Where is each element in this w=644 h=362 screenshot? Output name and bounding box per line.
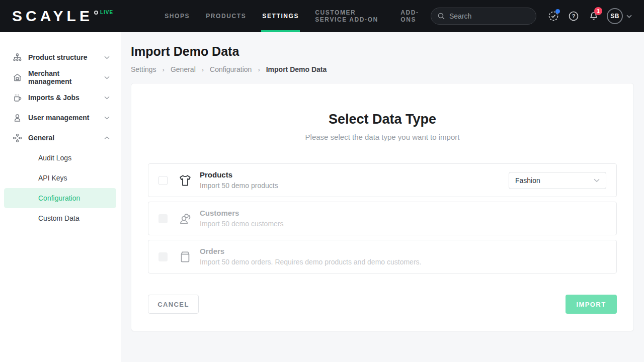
nav-item-shops[interactable]: SHOPS [156, 0, 198, 32]
chevron-down-icon [104, 76, 110, 79]
select-value: Fashion [515, 176, 540, 185]
user-menu[interactable]: SB [607, 8, 632, 24]
tshirt-icon [178, 174, 193, 187]
import-demo-data-card: Select Data Type Please select the data … [131, 83, 634, 331]
nodes-icon [12, 133, 22, 143]
logo-text: SCAYLE [12, 9, 93, 24]
notifications-button[interactable]: 1 [584, 6, 604, 26]
option-row-products: Products Import 50 demo products Fashion [148, 163, 617, 197]
tasks-status-button[interactable] [543, 6, 564, 26]
cancel-button[interactable]: CANCEL [148, 295, 199, 314]
sidebar-item-label: Product structure [28, 53, 104, 61]
top-nav: SCAYLE LIVE SHOPS PRODUCTS SETTINGS CUST… [0, 0, 644, 32]
customers-checkbox [158, 214, 168, 223]
sidebar-item-label: User management [28, 114, 104, 122]
orders-checkbox [158, 252, 168, 261]
chevron-down-icon [594, 178, 600, 183]
search-input[interactable] [449, 12, 530, 20]
sidebar-item-label: General [28, 134, 104, 142]
page-title: Import Demo Data [131, 44, 634, 59]
option-description: Import 50 demo customers [200, 219, 284, 229]
search-icon [437, 12, 445, 20]
products-category-select[interactable]: Fashion [509, 172, 606, 189]
option-row-orders: Orders Import 50 demo orders. Requires d… [148, 240, 617, 274]
live-label: LIVE [100, 10, 113, 15]
chevron-right-icon: › [163, 66, 165, 73]
breadcrumb: Settings › General › Configuration › Imp… [131, 65, 634, 73]
nav-item-products[interactable]: PRODUCTS [198, 0, 254, 32]
sidebar-item-merchant-management[interactable]: Merchant management [0, 67, 121, 87]
chevron-down-icon [104, 116, 110, 120]
option-row-customers: Customers Import 50 demo customers [148, 202, 617, 235]
user-icon [12, 113, 22, 123]
sidebar-subitem-api-keys[interactable]: API Keys [4, 168, 116, 188]
question-icon: ? [568, 11, 579, 22]
nav-item-customer-service-add-on[interactable]: CUSTOMER SERVICE ADD-ON [307, 0, 392, 32]
sidebar-subitem-custom-data[interactable]: Custom Data [4, 208, 116, 228]
nav-item-add-ons[interactable]: ADD-ONS [392, 0, 431, 32]
store-icon [12, 73, 22, 82]
option-text: Products Import 50 demo products [200, 169, 278, 191]
import-button[interactable]: IMPORT [566, 295, 617, 314]
option-title: Orders [200, 246, 421, 257]
nav-item-settings[interactable]: SETTINGS [254, 0, 307, 32]
card-footer: CANCEL IMPORT [148, 295, 617, 314]
breadcrumb-configuration[interactable]: Configuration [210, 65, 252, 73]
option-text: Customers Import 50 demo customers [200, 208, 284, 229]
live-ring-icon [94, 11, 98, 15]
sidebar: Product structure Merchant management Im… [0, 32, 121, 362]
sidebar-item-imports-jobs[interactable]: Imports & Jobs [0, 87, 121, 108]
app-logo[interactable]: SCAYLE LIVE [12, 9, 113, 24]
option-description: Import 50 demo orders. Requires demo pro… [200, 257, 421, 267]
help-button[interactable]: ? [564, 6, 584, 26]
customers-icon [178, 212, 193, 225]
chevron-right-icon: › [258, 66, 260, 73]
orders-icon [178, 250, 193, 263]
card-subheading: Please select the data type you want to … [148, 133, 617, 141]
breadcrumb-current: Import Demo Data [266, 65, 327, 73]
chevron-up-icon [104, 136, 110, 140]
top-icon-group: ? 1 SB [543, 6, 632, 26]
notification-badge: 1 [594, 7, 602, 15]
chevron-down-icon [104, 96, 110, 100]
card-heading: Select Data Type [148, 112, 617, 127]
main-nav: SHOPS PRODUCTS SETTINGS CUSTOMER SERVICE… [156, 0, 431, 32]
chevron-down-icon [104, 56, 110, 59]
sidebar-item-general[interactable]: General [0, 128, 121, 148]
sidebar-item-label: Imports & Jobs [28, 94, 104, 102]
search-box[interactable] [431, 8, 536, 25]
main-content: Import Demo Data Settings › General › Co… [121, 32, 644, 362]
option-title: Customers [200, 208, 284, 219]
live-badge: LIVE [94, 10, 113, 15]
chevron-down-icon [626, 15, 632, 18]
breadcrumb-general[interactable]: General [171, 65, 196, 73]
products-checkbox[interactable] [158, 176, 168, 185]
svg-text:?: ? [572, 13, 576, 19]
option-text: Orders Import 50 demo orders. Requires d… [200, 246, 421, 267]
option-title: Products [200, 169, 278, 180]
sidebar-item-label: Merchant management [28, 69, 104, 85]
status-dot [555, 9, 560, 14]
sidebar-item-product-structure[interactable]: Product structure [0, 47, 121, 67]
sidebar-subitem-audit-logs[interactable]: Audit Logs [4, 148, 116, 168]
mug-icon [12, 93, 22, 103]
option-description: Import 50 demo products [200, 180, 278, 191]
chevron-right-icon: › [202, 66, 204, 73]
hierarchy-icon [12, 53, 22, 62]
sidebar-subitem-configuration[interactable]: Configuration [4, 188, 116, 208]
breadcrumb-settings[interactable]: Settings [131, 65, 156, 73]
sidebar-item-user-management[interactable]: User management [0, 108, 121, 128]
avatar: SB [607, 8, 623, 24]
